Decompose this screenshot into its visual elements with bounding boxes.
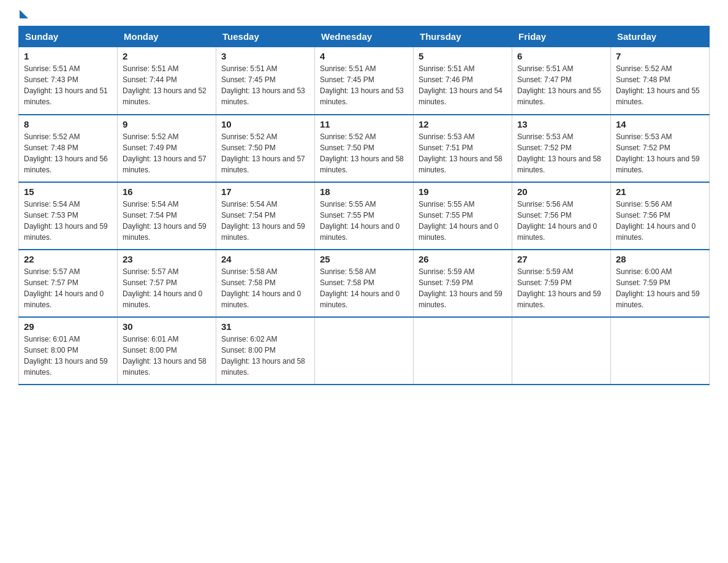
day-number: 6 xyxy=(517,51,605,61)
day-info: Sunrise: 5:53 AM Sunset: 7:51 PM Dayligh… xyxy=(419,131,507,175)
day-number: 15 xyxy=(24,186,112,197)
day-cell: 1 Sunrise: 5:51 AM Sunset: 7:43 PM Dayli… xyxy=(19,47,118,115)
day-cell: 26 Sunrise: 5:59 AM Sunset: 7:59 PM Dayl… xyxy=(414,250,512,317)
day-number: 10 xyxy=(221,119,309,129)
day-header-monday: Monday xyxy=(118,26,216,47)
header-row: SundayMondayTuesdayWednesdayThursdayFrid… xyxy=(19,26,710,47)
day-number: 29 xyxy=(24,321,112,332)
day-cell: 25 Sunrise: 5:58 AM Sunset: 7:58 PM Dayl… xyxy=(315,250,414,317)
logo-triangle-icon xyxy=(20,10,28,18)
day-number: 20 xyxy=(517,186,605,197)
day-cell: 27 Sunrise: 5:59 AM Sunset: 7:59 PM Dayl… xyxy=(512,250,611,317)
day-info: Sunrise: 5:51 AM Sunset: 7:44 PM Dayligh… xyxy=(123,63,211,107)
day-cell: 19 Sunrise: 5:55 AM Sunset: 7:55 PM Dayl… xyxy=(414,182,512,250)
day-cell: 15 Sunrise: 5:54 AM Sunset: 7:53 PM Dayl… xyxy=(19,182,118,250)
day-cell: 11 Sunrise: 5:52 AM Sunset: 7:50 PM Dayl… xyxy=(315,115,414,182)
day-info: Sunrise: 6:00 AM Sunset: 7:59 PM Dayligh… xyxy=(616,266,704,310)
day-cell: 31 Sunrise: 6:02 AM Sunset: 8:00 PM Dayl… xyxy=(216,317,315,385)
day-cell: 2 Sunrise: 5:51 AM Sunset: 7:44 PM Dayli… xyxy=(118,47,216,115)
day-info: Sunrise: 6:01 AM Sunset: 8:00 PM Dayligh… xyxy=(24,334,112,378)
day-info: Sunrise: 5:52 AM Sunset: 7:50 PM Dayligh… xyxy=(320,131,408,175)
day-cell: 10 Sunrise: 5:52 AM Sunset: 7:50 PM Dayl… xyxy=(216,115,315,182)
day-number: 24 xyxy=(221,254,309,264)
day-info: Sunrise: 5:52 AM Sunset: 7:48 PM Dayligh… xyxy=(24,131,112,175)
day-cell: 9 Sunrise: 5:52 AM Sunset: 7:49 PM Dayli… xyxy=(118,115,216,182)
day-number: 7 xyxy=(616,51,704,61)
week-row-2: 8 Sunrise: 5:52 AM Sunset: 7:48 PM Dayli… xyxy=(19,115,710,182)
day-info: Sunrise: 5:53 AM Sunset: 7:52 PM Dayligh… xyxy=(517,131,605,175)
day-cell: 23 Sunrise: 5:57 AM Sunset: 7:57 PM Dayl… xyxy=(118,250,216,317)
day-number: 13 xyxy=(517,119,605,129)
day-number: 28 xyxy=(616,254,704,264)
day-cell: 12 Sunrise: 5:53 AM Sunset: 7:51 PM Dayl… xyxy=(414,115,512,182)
week-row-3: 15 Sunrise: 5:54 AM Sunset: 7:53 PM Dayl… xyxy=(19,182,710,250)
day-header-friday: Friday xyxy=(512,26,611,47)
day-cell: 3 Sunrise: 5:51 AM Sunset: 7:45 PM Dayli… xyxy=(216,47,315,115)
day-number: 1 xyxy=(24,51,112,61)
week-row-1: 1 Sunrise: 5:51 AM Sunset: 7:43 PM Dayli… xyxy=(19,47,710,115)
calendar-table: SundayMondayTuesdayWednesdayThursdayFrid… xyxy=(18,26,710,385)
day-cell: 16 Sunrise: 5:54 AM Sunset: 7:54 PM Dayl… xyxy=(118,182,216,250)
day-cell xyxy=(611,317,710,385)
day-info: Sunrise: 5:51 AM Sunset: 7:47 PM Dayligh… xyxy=(517,63,605,107)
day-info: Sunrise: 5:52 AM Sunset: 7:49 PM Dayligh… xyxy=(123,131,211,175)
day-number: 2 xyxy=(123,51,211,61)
day-cell xyxy=(315,317,414,385)
day-number: 31 xyxy=(221,321,309,332)
day-info: Sunrise: 5:55 AM Sunset: 7:55 PM Dayligh… xyxy=(320,199,408,243)
day-info: Sunrise: 5:57 AM Sunset: 7:57 PM Dayligh… xyxy=(123,266,211,310)
day-number: 11 xyxy=(320,119,408,129)
day-number: 14 xyxy=(616,119,704,129)
day-number: 16 xyxy=(123,186,211,197)
day-number: 19 xyxy=(419,186,507,197)
day-number: 30 xyxy=(123,321,211,332)
day-info: Sunrise: 5:52 AM Sunset: 7:50 PM Dayligh… xyxy=(221,131,309,175)
day-cell: 4 Sunrise: 5:51 AM Sunset: 7:45 PM Dayli… xyxy=(315,47,414,115)
day-info: Sunrise: 5:56 AM Sunset: 7:56 PM Dayligh… xyxy=(616,199,704,243)
week-row-4: 22 Sunrise: 5:57 AM Sunset: 7:57 PM Dayl… xyxy=(19,250,710,317)
week-row-5: 29 Sunrise: 6:01 AM Sunset: 8:00 PM Dayl… xyxy=(19,317,710,385)
day-info: Sunrise: 5:55 AM Sunset: 7:55 PM Dayligh… xyxy=(419,199,507,243)
day-cell: 21 Sunrise: 5:56 AM Sunset: 7:56 PM Dayl… xyxy=(611,182,710,250)
day-cell: 18 Sunrise: 5:55 AM Sunset: 7:55 PM Dayl… xyxy=(315,182,414,250)
day-cell: 30 Sunrise: 6:01 AM Sunset: 8:00 PM Dayl… xyxy=(118,317,216,385)
day-info: Sunrise: 5:54 AM Sunset: 7:53 PM Dayligh… xyxy=(24,199,112,243)
day-cell: 8 Sunrise: 5:52 AM Sunset: 7:48 PM Dayli… xyxy=(19,115,118,182)
day-cell: 7 Sunrise: 5:52 AM Sunset: 7:48 PM Dayli… xyxy=(611,47,710,115)
day-header-tuesday: Tuesday xyxy=(216,26,315,47)
day-number: 8 xyxy=(24,119,112,129)
day-number: 25 xyxy=(320,254,408,264)
day-header-thursday: Thursday xyxy=(414,26,512,47)
day-number: 3 xyxy=(221,51,309,61)
day-info: Sunrise: 6:01 AM Sunset: 8:00 PM Dayligh… xyxy=(123,334,211,378)
day-info: Sunrise: 5:56 AM Sunset: 7:56 PM Dayligh… xyxy=(517,199,605,243)
day-info: Sunrise: 5:59 AM Sunset: 7:59 PM Dayligh… xyxy=(517,266,605,310)
day-info: Sunrise: 5:52 AM Sunset: 7:48 PM Dayligh… xyxy=(616,63,704,107)
day-number: 21 xyxy=(616,186,704,197)
day-cell: 20 Sunrise: 5:56 AM Sunset: 7:56 PM Dayl… xyxy=(512,182,611,250)
day-info: Sunrise: 5:51 AM Sunset: 7:43 PM Dayligh… xyxy=(24,63,112,107)
day-info: Sunrise: 5:51 AM Sunset: 7:46 PM Dayligh… xyxy=(419,63,507,107)
day-header-wednesday: Wednesday xyxy=(315,26,414,47)
day-info: Sunrise: 6:02 AM Sunset: 8:00 PM Dayligh… xyxy=(221,334,309,378)
day-info: Sunrise: 5:54 AM Sunset: 7:54 PM Dayligh… xyxy=(221,199,309,243)
day-number: 22 xyxy=(24,254,112,264)
day-info: Sunrise: 5:54 AM Sunset: 7:54 PM Dayligh… xyxy=(123,199,211,243)
day-number: 23 xyxy=(123,254,211,264)
day-number: 17 xyxy=(221,186,309,197)
day-cell: 14 Sunrise: 5:53 AM Sunset: 7:52 PM Dayl… xyxy=(611,115,710,182)
day-number: 18 xyxy=(320,186,408,197)
day-cell: 6 Sunrise: 5:51 AM Sunset: 7:47 PM Dayli… xyxy=(512,47,611,115)
day-info: Sunrise: 5:53 AM Sunset: 7:52 PM Dayligh… xyxy=(616,131,704,175)
day-cell: 22 Sunrise: 5:57 AM Sunset: 7:57 PM Dayl… xyxy=(19,250,118,317)
day-cell xyxy=(414,317,512,385)
day-cell: 5 Sunrise: 5:51 AM Sunset: 7:46 PM Dayli… xyxy=(414,47,512,115)
day-cell: 17 Sunrise: 5:54 AM Sunset: 7:54 PM Dayl… xyxy=(216,182,315,250)
day-info: Sunrise: 5:51 AM Sunset: 7:45 PM Dayligh… xyxy=(320,63,408,107)
day-info: Sunrise: 5:58 AM Sunset: 7:58 PM Dayligh… xyxy=(221,266,309,310)
day-info: Sunrise: 5:57 AM Sunset: 7:57 PM Dayligh… xyxy=(24,266,112,310)
day-info: Sunrise: 5:51 AM Sunset: 7:45 PM Dayligh… xyxy=(221,63,309,107)
day-number: 26 xyxy=(419,254,507,264)
day-number: 27 xyxy=(517,254,605,264)
day-header-saturday: Saturday xyxy=(611,26,710,47)
